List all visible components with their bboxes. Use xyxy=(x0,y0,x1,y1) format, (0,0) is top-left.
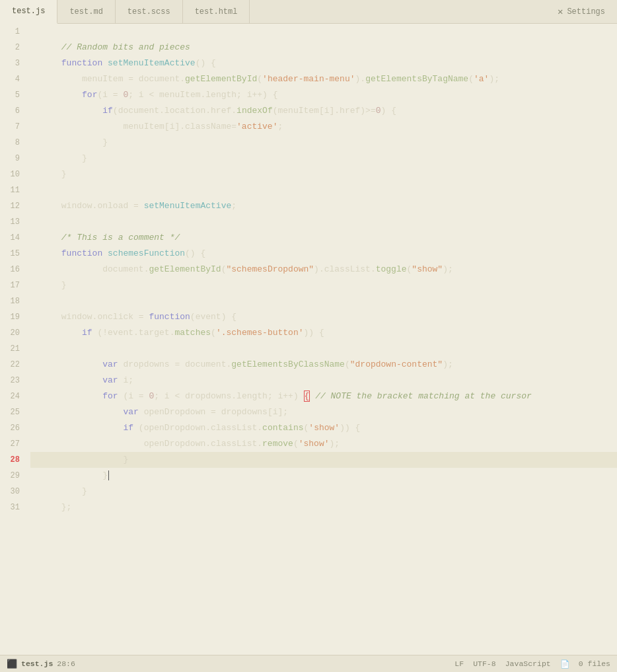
line-num-4: 4 xyxy=(0,71,28,87)
line-num-14: 14 xyxy=(0,230,28,246)
line-num-7: 7 xyxy=(0,119,28,135)
file-icon: 📄 xyxy=(560,659,569,669)
code-line-17 xyxy=(30,278,617,293)
line-num-16: 16 xyxy=(0,262,28,278)
status-filename: test.js xyxy=(21,659,53,668)
line-num-13: 13 xyxy=(0,214,28,230)
status-right: LF UTF-8 JavaScript 📄 0 files xyxy=(454,659,610,669)
line-num-5: 5 xyxy=(0,87,28,103)
status-bar: ⬛ test.js 28:6 LF UTF-8 JavaScript 📄 0 f… xyxy=(0,655,617,672)
line-numbers: 1 2 3 4 5 6 7 8 9 10 11 12 13 14 15 16 1… xyxy=(0,24,28,655)
line-num-29: 29 xyxy=(0,468,28,484)
line-num-2: 2 xyxy=(0,40,28,56)
line-num-26: 26 xyxy=(0,420,28,436)
code-line-10 xyxy=(30,167,617,182)
tab-label: test.md xyxy=(69,7,102,17)
code-line-30: }; xyxy=(30,484,617,500)
line-num-18: 18 xyxy=(0,293,28,309)
tab-test-js[interactable]: test.js xyxy=(0,0,57,24)
code-line-9: } xyxy=(30,151,617,167)
line-num-17: 17 xyxy=(0,278,28,293)
code-line-8: } xyxy=(30,135,617,151)
status-position: 28:6 xyxy=(57,659,75,668)
line-num-30: 30 xyxy=(0,484,28,500)
line-num-24: 24 xyxy=(0,389,28,404)
gear-icon: ✕ xyxy=(558,6,563,17)
code-line-1: // Random bits and pieces xyxy=(30,24,617,40)
line-num-31: 31 xyxy=(0,500,28,515)
tab-test-html[interactable]: test.html xyxy=(183,0,250,23)
line-num-19: 19 xyxy=(0,309,28,325)
line-num-25: 25 xyxy=(0,404,28,420)
code-line-11: window.onload = setMenuItemActive; xyxy=(30,182,617,198)
code-line-21: var dropdowns = document.getElementsByCl… xyxy=(30,341,617,357)
settings-label: Settings xyxy=(567,7,605,17)
line-num-27: 27 xyxy=(0,436,28,452)
tab-label: test.js xyxy=(12,7,45,16)
settings-tab[interactable]: ✕ Settings xyxy=(546,0,617,23)
line-num-11: 11 xyxy=(0,182,28,198)
status-files: 0 files xyxy=(579,659,610,668)
tab-bar: test.js test.md test.scss test.html ✕ Se… xyxy=(0,0,617,24)
status-encoding[interactable]: LF xyxy=(454,659,464,668)
code-line-31 xyxy=(30,500,617,515)
status-language[interactable]: JavaScript xyxy=(505,659,551,668)
line-num-21: 21 xyxy=(0,341,28,357)
code-line-13: /* This is a comment */ xyxy=(30,214,617,230)
tab-label: test.html xyxy=(195,7,238,17)
line-num-12: 12 xyxy=(0,198,28,214)
editor: 1 2 3 4 5 6 7 8 9 10 11 12 13 14 15 16 1… xyxy=(0,24,617,655)
line-num-23: 23 xyxy=(0,373,28,389)
tab-label: test.scss xyxy=(127,7,170,17)
tab-test-scss[interactable]: test.scss xyxy=(116,0,183,23)
line-num-10: 10 xyxy=(0,167,28,182)
status-charset[interactable]: UTF-8 xyxy=(473,659,496,668)
code-line-29: } xyxy=(30,468,617,484)
error-icon: ⬛ xyxy=(7,659,17,669)
line-num-6: 6 xyxy=(0,103,28,119)
code-area[interactable]: // Random bits and pieces function setMe… xyxy=(28,24,617,655)
status-left: ⬛ test.js 28:6 xyxy=(7,659,75,669)
line-num-8: 8 xyxy=(0,135,28,151)
line-num-1: 1 xyxy=(0,24,28,40)
tab-test-md[interactable]: test.md xyxy=(57,0,115,23)
line-num-9: 9 xyxy=(0,151,28,167)
code-line-18: window.onclick = function(event) { xyxy=(30,293,617,309)
line-num-3: 3 xyxy=(0,56,28,71)
line-num-20: 20 xyxy=(0,325,28,341)
line-num-15: 15 xyxy=(0,246,28,262)
line-num-22: 22 xyxy=(0,357,28,373)
line-num-28: 28 xyxy=(0,452,28,468)
